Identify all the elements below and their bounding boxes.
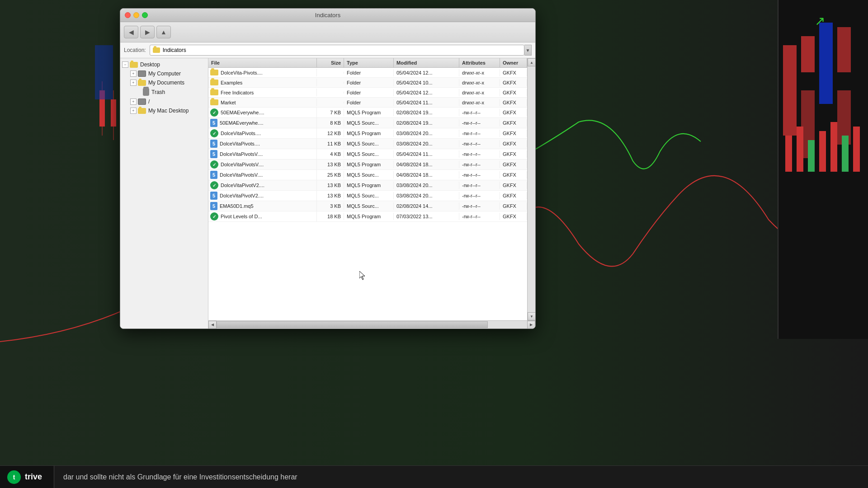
- table-row[interactable]: MarketFolder05/04/2024 11...drwxr-xr-xGK…: [208, 98, 527, 108]
- h-scroll-track[interactable]: [217, 321, 527, 328]
- scroll-up-arrow[interactable]: ▲: [528, 58, 535, 66]
- close-button[interactable]: [125, 12, 131, 18]
- table-row[interactable]: 5DolceVitaPivotV2....13 KBMQL5 Sourc...0…: [208, 191, 527, 201]
- table-row[interactable]: ✓DolceVitaPivotV2....13 KBMQL5 Program03…: [208, 180, 527, 191]
- file-name-text: DolceVita-Pivots....: [221, 70, 263, 75]
- content-area: − Desktop + My Computer + My Documents T…: [120, 58, 535, 328]
- svg-text:t: t: [13, 474, 15, 481]
- file-name-cell: 5DolceVitaPivotsV....: [208, 170, 317, 180]
- ticker-bar: t trive dar und sollte nicht als Grundla…: [0, 465, 868, 488]
- scroll-down-arrow[interactable]: ▼: [528, 312, 535, 320]
- expand-root[interactable]: +: [130, 99, 137, 105]
- minimize-button[interactable]: [133, 12, 139, 18]
- col-header-file[interactable]: File: [208, 58, 317, 67]
- file-rows-container: DolceVita-Pivots....Folder05/04/2024 12.…: [208, 68, 527, 222]
- table-row[interactable]: 5DolceVitaPivotsV....25 KBMQL5 Sourc...0…: [208, 170, 527, 180]
- table-row[interactable]: DolceVita-Pivots....Folder05/04/2024 12.…: [208, 68, 527, 78]
- file-name-text: DolceVitaPivotsV....: [221, 162, 264, 167]
- file-cell-attributes: -rw-r--r--: [459, 213, 500, 220]
- col-header-type[interactable]: Type: [344, 58, 394, 67]
- scroll-left-arrow[interactable]: ◀: [208, 321, 217, 329]
- file-name-cell: ✓DolceVitaPivotsV....: [208, 160, 317, 169]
- col-header-owner[interactable]: Owner: [500, 58, 527, 67]
- file-cell-attributes: drwxr-xr-x: [459, 69, 500, 76]
- file-cell-size: [317, 82, 344, 84]
- file-cell-owner: GKFX: [500, 213, 527, 220]
- v-scroll-track[interactable]: [528, 66, 535, 312]
- up-icon: ▲: [160, 28, 167, 36]
- sidebar-item-label-mydocuments: My Documents: [148, 80, 184, 86]
- col-header-attributes[interactable]: Attributes: [459, 58, 500, 67]
- location-bar: Location: Indicators ▼: [120, 42, 535, 58]
- sidebar-item-mycomputer[interactable]: + My Computer: [120, 69, 208, 78]
- file-name-cell: 5DolceVitaPivots....: [208, 139, 317, 149]
- file-name-text: 50EMAEverywhe....: [221, 110, 264, 115]
- table-row[interactable]: 550EMAEverywhe....8 KBMQL5 Sourc...02/08…: [208, 118, 527, 128]
- location-dropdown[interactable]: ▼: [524, 45, 532, 56]
- expand-desktop[interactable]: −: [122, 61, 128, 68]
- file-name-cell: ✓50EMAEverywhe....: [208, 108, 317, 117]
- table-row[interactable]: ✓DolceVitaPivots....12 KBMQL5 Program03/…: [208, 128, 527, 139]
- file-list-header: File Size Type Modified Attributes Owner: [208, 58, 527, 68]
- file-cell-size: [317, 72, 344, 74]
- table-row[interactable]: ✓Pivot Levels of D...18 KBMQL5 Program07…: [208, 211, 527, 222]
- scroll-right-arrow[interactable]: ▶: [527, 321, 535, 329]
- sidebar-item-root[interactable]: + /: [120, 97, 208, 106]
- location-input[interactable]: Indicators: [150, 45, 524, 56]
- back-button[interactable]: ◀: [124, 26, 138, 38]
- h-scroll-thumb[interactable]: [217, 321, 488, 328]
- sidebar-item-mydocuments[interactable]: + My Documents: [120, 78, 208, 87]
- file-cell-modified: 05/04/2024 11...: [394, 99, 459, 106]
- table-row[interactable]: ✓50EMAEverywhe....7 KBMQL5 Program02/08/…: [208, 108, 527, 118]
- table-row[interactable]: 5DolceVitaPivots....11 KBMQL5 Sourc...03…: [208, 139, 527, 149]
- sidebar-item-macdesktop[interactable]: + My Mac Desktop: [120, 106, 208, 115]
- col-header-modified[interactable]: Modified: [394, 58, 459, 67]
- sidebar-item-desktop[interactable]: − Desktop: [120, 60, 208, 69]
- forward-button[interactable]: ▶: [140, 26, 155, 38]
- file-name-cell: 5EMA50D1.mq5: [208, 201, 317, 211]
- right-candles: [781, 113, 864, 226]
- file-cell-owner: GKFX: [500, 69, 527, 76]
- mql5-exe-icon: ✓: [210, 129, 218, 137]
- file-manager-window: Indicators ◀ ▶ ▲ Location: Indicators ▼: [120, 8, 536, 329]
- file-cell-owner: GKFX: [500, 161, 527, 168]
- file-name-cell: Free Indicators: [208, 89, 317, 96]
- mql5-exe-icon: ✓: [210, 181, 218, 189]
- file-name-cell: ✓Pivot Levels of D...: [208, 211, 317, 221]
- vertical-scrollbar[interactable]: ▲ ▼: [527, 58, 535, 320]
- mql5-exe-icon: ✓: [210, 212, 218, 221]
- svg-rect-16: [853, 127, 860, 172]
- expand-macdesktop[interactable]: +: [130, 108, 137, 114]
- file-cell-owner: GKFX: [500, 130, 527, 137]
- file-cell-size: [317, 102, 344, 103]
- sidebar-item-trash[interactable]: Trash: [120, 87, 208, 97]
- svg-rect-12: [808, 140, 815, 172]
- mydocuments-folder-icon: [138, 80, 146, 86]
- file-cell-type: MQL5 Program: [344, 161, 394, 168]
- file-cell-size: [317, 92, 344, 94]
- desktop-folder-icon: [130, 62, 138, 68]
- file-cell-modified: 03/08/2024 20...: [394, 130, 459, 137]
- file-cell-attributes: -rw-r--r--: [459, 171, 500, 178]
- table-row[interactable]: ✓DolceVitaPivotsV....13 KBMQL5 Program04…: [208, 160, 527, 170]
- table-row[interactable]: 5DolceVitaPivotsV....4 KBMQL5 Sourc...05…: [208, 149, 527, 160]
- col-header-size[interactable]: Size: [317, 58, 344, 67]
- file-cell-type: MQL5 Sourc...: [344, 119, 394, 127]
- expand-mycomputer[interactable]: +: [130, 70, 137, 77]
- file-cell-attributes: -rw-r--r--: [459, 109, 500, 116]
- expand-mydocuments[interactable]: +: [130, 80, 137, 86]
- sidebar-item-label-root: /: [148, 99, 150, 105]
- table-row[interactable]: ExamplesFolder05/04/2024 10...drwxr-xr-x…: [208, 78, 527, 88]
- mql5-exe-icon: ✓: [210, 108, 218, 117]
- file-name-cell: 5DolceVitaPivotV2....: [208, 191, 317, 201]
- horizontal-scrollbar[interactable]: ◀ ▶: [208, 320, 535, 328]
- sidebar-item-label-mycomputer: My Computer: [148, 70, 181, 77]
- file-cell-attributes: -rw-r--r--: [459, 130, 500, 137]
- table-row[interactable]: 5EMA50D1.mq53 KBMQL5 Sourc...02/08/2024 …: [208, 201, 527, 211]
- file-name-text: EMA50D1.mq5: [220, 203, 254, 209]
- table-row[interactable]: Free IndicatorsFolder05/04/2024 12...drw…: [208, 88, 527, 98]
- up-button[interactable]: ▲: [156, 26, 171, 38]
- sidebar-item-label-desktop: Desktop: [140, 61, 160, 68]
- maximize-button[interactable]: [142, 12, 148, 18]
- file-list: File Size Type Modified Attributes Owner…: [208, 58, 527, 320]
